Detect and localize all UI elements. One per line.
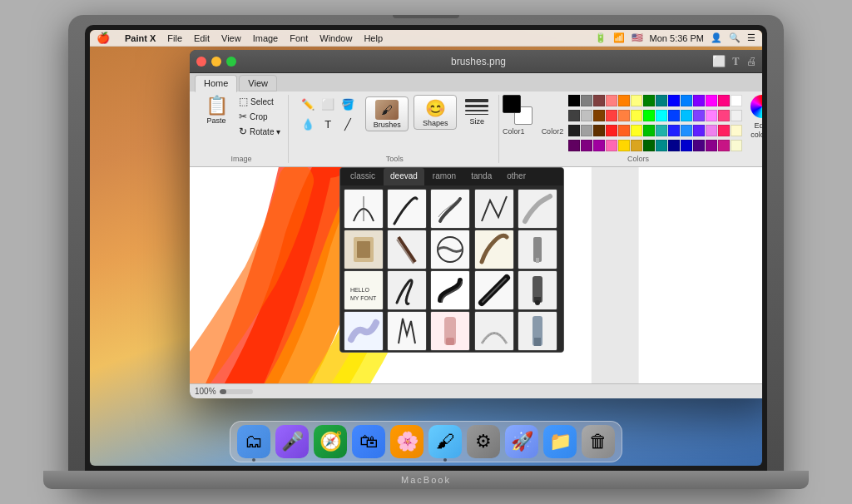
- color-cell-r2-c9[interactable]: [681, 125, 692, 136]
- color-cell-r0-c11[interactable]: [706, 95, 717, 106]
- size-button[interactable]: Size: [460, 95, 493, 130]
- brush-cell-14[interactable]: [474, 270, 514, 310]
- color-cell-r3-c0[interactable]: [568, 140, 580, 151]
- color-cell-r3-c10[interactable]: [693, 140, 705, 151]
- color-cell-r1-c7[interactable]: [656, 110, 667, 121]
- brush-cell-19[interactable]: [474, 311, 514, 351]
- menubar-view[interactable]: View: [221, 33, 241, 43]
- color-cell-r3-c12[interactable]: [718, 140, 730, 151]
- dock-item-folder[interactable]: 📁: [543, 425, 577, 458]
- color-cell-r2-c6[interactable]: [643, 125, 655, 136]
- menubar-window[interactable]: Window: [320, 33, 352, 43]
- color-cell-r1-c8[interactable]: [668, 110, 680, 121]
- dock-item-finder[interactable]: 🗂: [237, 425, 270, 458]
- color-cell-r3-c1[interactable]: [581, 140, 592, 151]
- brush-cell-4[interactable]: [474, 189, 514, 229]
- apple-menu[interactable]: 🍎: [97, 32, 110, 44]
- dock-item-trash[interactable]: 🗑: [582, 425, 615, 458]
- brush-cell-5[interactable]: [518, 189, 557, 229]
- color1-swatch[interactable]: [503, 95, 521, 113]
- color-cell-r3-c3[interactable]: [606, 140, 617, 151]
- dock-item-photos[interactable]: 🌸: [390, 425, 424, 458]
- dock-item-siri[interactable]: 🎤: [275, 425, 309, 458]
- color-cell-r2-c1[interactable]: [581, 125, 592, 136]
- color-cell-r2-c0[interactable]: [568, 125, 580, 136]
- color-cell-r0-c1[interactable]: [581, 95, 592, 106]
- color-cell-r0-c12[interactable]: [718, 95, 730, 106]
- color-cell-r0-c5[interactable]: [631, 95, 642, 106]
- pencil-tool[interactable]: ✏️: [299, 95, 317, 113]
- color-cell-r0-c3[interactable]: [606, 95, 617, 106]
- color-cell-r0-c2[interactable]: [593, 95, 605, 106]
- color-cell-r0-c0[interactable]: [568, 95, 580, 106]
- color-cell-r3-c11[interactable]: [706, 140, 717, 151]
- brush-cell-17[interactable]: [387, 311, 427, 351]
- brush-cell-9[interactable]: [474, 230, 514, 269]
- color-cell-r1-c10[interactable]: [693, 110, 705, 121]
- brush-cell-7[interactable]: [387, 230, 427, 269]
- paste-button[interactable]: 📋 Paste: [200, 95, 233, 126]
- color-cell-r1-c6[interactable]: [643, 110, 655, 121]
- menubar-edit[interactable]: Edit: [194, 33, 210, 43]
- minimize-button[interactable]: [211, 57, 221, 67]
- color-cell-r3-c5[interactable]: [631, 140, 642, 151]
- brush-cell-20[interactable]: [518, 311, 557, 351]
- dock-item-safari[interactable]: 🧭: [314, 425, 347, 458]
- brush-cell-1[interactable]: [344, 189, 384, 229]
- color-cell-r2-c13[interactable]: [731, 125, 742, 136]
- color-cell-r3-c4[interactable]: [618, 140, 630, 151]
- brush-cell-8[interactable]: [430, 230, 470, 269]
- color-cell-r1-c1[interactable]: [581, 110, 592, 121]
- color-cell-r1-c5[interactable]: [631, 110, 642, 121]
- line-tool[interactable]: ╱: [339, 115, 357, 133]
- color-cell-r0-c8[interactable]: [668, 95, 680, 106]
- brush-cell-16[interactable]: [344, 311, 384, 351]
- shapes-button[interactable]: 😊 Shapes: [414, 95, 457, 130]
- menubar-app-name[interactable]: Paint X: [125, 33, 156, 43]
- color-cell-r0-c6[interactable]: [643, 95, 655, 106]
- menubar-font[interactable]: Font: [290, 33, 308, 43]
- color-cell-r2-c10[interactable]: [693, 125, 705, 136]
- color-wheel[interactable]: [750, 95, 762, 118]
- dock-item-paintx[interactable]: 🖌: [428, 425, 462, 458]
- crop-button[interactable]: ✂ Crop: [236, 110, 283, 123]
- color-cell-r3-c9[interactable]: [681, 140, 692, 151]
- color-cell-r3-c13[interactable]: [731, 140, 742, 151]
- brush-tab-tanda[interactable]: tanda: [464, 168, 498, 185]
- eraser-tool[interactable]: ⬜: [319, 95, 337, 113]
- color-cell-r0-c4[interactable]: [618, 95, 630, 106]
- menubar-file[interactable]: File: [167, 33, 182, 43]
- color-cell-r1-c2[interactable]: [593, 110, 605, 121]
- window-icon-2[interactable]: 𝐓: [732, 55, 740, 68]
- color-cell-r1-c9[interactable]: [681, 110, 692, 121]
- brush-tab-other[interactable]: other: [500, 168, 532, 185]
- color-cell-r1-c4[interactable]: [618, 110, 630, 121]
- brush-cell-15[interactable]: [518, 270, 557, 310]
- brush-cell-12[interactable]: [387, 270, 427, 310]
- color-cell-r1-c11[interactable]: [706, 110, 717, 121]
- color-cell-r0-c13[interactable]: [731, 95, 742, 106]
- color-cell-r3-c8[interactable]: [668, 140, 680, 151]
- maximize-button[interactable]: [226, 57, 236, 67]
- brush-tab-deevad[interactable]: deevad: [384, 168, 424, 185]
- brush-cell-2[interactable]: [387, 189, 427, 229]
- brush-cell-13[interactable]: [430, 270, 470, 310]
- fill-tool[interactable]: 🪣: [339, 95, 357, 113]
- color-cell-r3-c6[interactable]: [643, 140, 655, 151]
- brush-cell-10[interactable]: [518, 230, 557, 269]
- color-cell-r1-c3[interactable]: [606, 110, 617, 121]
- color-cell-r0-c9[interactable]: [681, 95, 692, 106]
- menubar-help[interactable]: Help: [364, 33, 383, 43]
- color-cell-r1-c0[interactable]: [568, 110, 580, 121]
- close-button[interactable]: [196, 57, 206, 67]
- color-cell-r1-c13[interactable]: [731, 110, 742, 121]
- brush-cell-6[interactable]: [344, 230, 384, 269]
- eyedropper-tool[interactable]: 💧: [299, 115, 317, 133]
- brush-tab-classic[interactable]: classic: [344, 168, 382, 185]
- brush-tab-ramon[interactable]: ramon: [426, 168, 463, 185]
- color-cell-r2-c8[interactable]: [668, 125, 680, 136]
- color-cell-r2-c12[interactable]: [718, 125, 730, 136]
- color-cell-r3-c7[interactable]: [656, 140, 667, 151]
- window-icon-1[interactable]: ⬜: [712, 55, 726, 67]
- tab-view[interactable]: View: [239, 75, 277, 91]
